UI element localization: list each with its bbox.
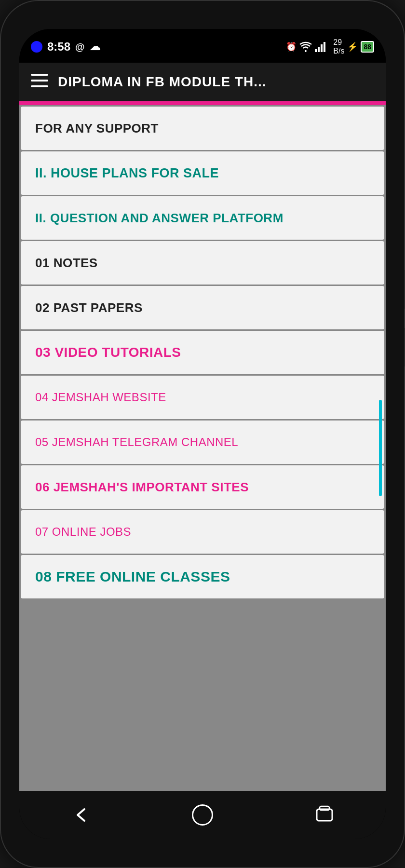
svg-rect-3 (324, 42, 325, 52)
at-icon: @ (75, 41, 85, 53)
phone-screen: 8:58 @ ☁ ⏰ 29B/s ⚡ (19, 29, 386, 839)
menu-item-telegram-label: 05 JEMSHAH TELEGRAM CHANNEL (35, 435, 238, 449)
svg-rect-2 (321, 44, 323, 52)
app-bar: DIPLOMA IN FB MODULE TH... (19, 63, 386, 101)
menu-item-important-sites-label: 06 JEMSHAH'S IMPORTANT SITES (35, 480, 249, 495)
menu-item-video-tutorials[interactable]: 03 VIDEO TUTORIALS (21, 331, 384, 374)
scroll-indicator (379, 400, 382, 496)
menu-item-qa-platform[interactable]: II. QUESTION AND ANSWER PLATFORM (21, 196, 384, 240)
menu-item-house-plans[interactable]: II. HOUSE PLANS FOR SALE (21, 151, 384, 195)
recents-button[interactable] (310, 800, 339, 829)
menu-item-important-sites[interactable]: 06 JEMSHAH'S IMPORTANT SITES (21, 465, 384, 509)
svg-rect-0 (315, 49, 317, 52)
menu-item-support-label: FOR ANY SUPPORT (35, 121, 159, 136)
phone-frame: 8:58 @ ☁ ⏰ 29B/s ⚡ (0, 0, 405, 868)
menu-item-jemshah-website-label: 04 JEMSHAH WEBSITE (35, 391, 166, 404)
menu-item-video-tutorials-label: 03 VIDEO TUTORIALS (35, 345, 181, 360)
camera-icon (31, 41, 42, 53)
signal-icon (315, 41, 330, 52)
menu-item-notes-label: 01 NOTES (35, 256, 98, 271)
menu-item-qa-platform-label: II. QUESTION AND ANSWER PLATFORM (35, 211, 284, 226)
speed-text: 29B/s (333, 38, 344, 55)
svg-rect-8 (320, 806, 329, 810)
status-bar: 8:58 @ ☁ ⏰ 29B/s ⚡ (19, 29, 386, 63)
svg-rect-5 (31, 80, 48, 81)
hamburger-menu-icon[interactable] (31, 73, 48, 91)
menu-item-notes[interactable]: 01 NOTES (21, 241, 384, 285)
cloud-icon: ☁ (90, 41, 100, 53)
back-button[interactable] (66, 800, 95, 829)
menu-item-telegram[interactable]: 05 JEMSHAH TELEGRAM CHANNEL (21, 420, 384, 464)
menu-item-online-jobs[interactable]: 07 ONLINE JOBS (21, 510, 384, 554)
svg-rect-7 (317, 809, 332, 821)
svg-rect-4 (31, 74, 48, 76)
status-time: 8:58 (47, 40, 70, 54)
menu-item-house-plans-label: II. HOUSE PLANS FOR SALE (35, 166, 219, 181)
battery-indicator: 88 (361, 41, 374, 53)
alarm-icon: ⏰ (286, 41, 297, 52)
menu-item-past-papers-label: 02 PAST PAPERS (35, 300, 143, 315)
home-button[interactable] (188, 800, 217, 829)
status-icons: ⏰ 29B/s ⚡ 88 (286, 38, 374, 55)
svg-rect-1 (318, 47, 320, 52)
app-title: DIPLOMA IN FB MODULE TH... (58, 74, 267, 90)
charging-icon: ⚡ (347, 41, 358, 52)
navigation-bar (19, 791, 386, 839)
wifi-icon (299, 41, 312, 52)
menu-item-free-classes-label: 08 FREE ONLINE CLASSES (35, 569, 230, 585)
menu-item-free-classes[interactable]: 08 FREE ONLINE CLASSES (21, 555, 384, 598)
menu-item-past-papers[interactable]: 02 PAST PAPERS (21, 286, 384, 329)
svg-rect-6 (31, 85, 48, 87)
menu-item-online-jobs-label: 07 ONLINE JOBS (35, 525, 131, 539)
menu-list: FOR ANY SUPPORT II. HOUSE PLANS FOR SALE… (19, 105, 386, 791)
menu-item-jemshah-website[interactable]: 04 JEMSHAH WEBSITE (21, 376, 384, 419)
accent-bar (19, 101, 386, 105)
menu-item-support[interactable]: FOR ANY SUPPORT (21, 107, 384, 150)
